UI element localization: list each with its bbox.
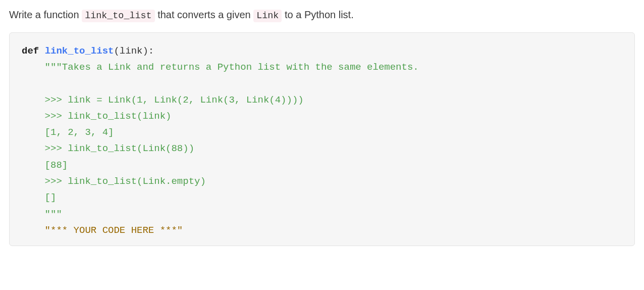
signature-tail: (link): bbox=[114, 45, 154, 57]
doctest-result: [1, 2, 3, 4] bbox=[45, 127, 114, 138]
prompt-text-3: to a Python list. bbox=[282, 9, 353, 20]
inline-code-func: link_to_list bbox=[82, 10, 154, 22]
exercise-prompt: Write a function link_to_list that conve… bbox=[9, 7, 635, 23]
doctest-line: >>> link_to_list(Link.empty) bbox=[45, 176, 206, 187]
doctest-line: >>> link_to_list(link) bbox=[45, 111, 172, 122]
docstring-close: """ bbox=[45, 209, 62, 220]
docstring-open: """Takes a Link and returns a Python lis… bbox=[45, 62, 419, 73]
prompt-text-2: that converts a given bbox=[155, 9, 254, 20]
function-name: link_to_list bbox=[45, 45, 114, 57]
code-placeholder: "*** YOUR CODE HERE ***" bbox=[45, 225, 183, 236]
code-block: def link_to_list(link): """Takes a Link … bbox=[9, 32, 635, 247]
prompt-text-1: Write a function bbox=[9, 9, 82, 20]
doctest-result: [] bbox=[45, 192, 57, 203]
doctest-line: >>> link = Link(1, Link(2, Link(3, Link(… bbox=[45, 94, 304, 106]
keyword-def: def bbox=[22, 45, 39, 57]
doctest-result: [88] bbox=[45, 160, 68, 171]
doctest-line: >>> link_to_list(Link(88)) bbox=[45, 143, 194, 154]
inline-code-type: Link bbox=[253, 10, 282, 22]
